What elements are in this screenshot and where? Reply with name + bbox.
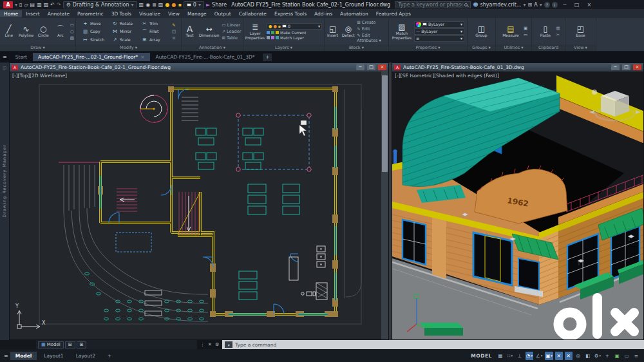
match-layer-button[interactable]: Match Layer [267, 35, 322, 40]
viewport-controls-3d[interactable]: [-][SE Isometric][Shaded with edges (Fas… [395, 73, 499, 79]
window-model-tab[interactable]: ▦Model [38, 341, 64, 348]
font-tools-icon[interactable]: A [534, 1, 537, 8]
layout1-tab[interactable]: Layout1 [39, 352, 68, 360]
model-tab[interactable]: Model [10, 352, 37, 360]
layout2-tab[interactable]: Layout2 [71, 352, 100, 360]
notifications-icon[interactable]: i [552, 2, 558, 8]
fillet-button[interactable]: ⌒Fillet [140, 28, 170, 35]
panel-groups-label[interactable]: Groups ▾ [468, 44, 495, 51]
search-box[interactable]: Type a keyword or phrase [395, 1, 471, 8]
panel-modify-label[interactable]: Modify ▾ [76, 44, 181, 51]
hatch-tool-icon[interactable]: ▨ [70, 35, 74, 41]
new-layout-button[interactable]: + [102, 352, 117, 360]
share-label[interactable]: Share [212, 2, 227, 8]
app-menu-caret-icon[interactable]: ▾ [15, 1, 17, 8]
save-icon[interactable]: ▤ [30, 1, 35, 8]
window2-restore-button[interactable]: □ [622, 64, 630, 70]
app-maximize-button[interactable]: □ [572, 2, 582, 8]
hardware-acceleration-icon[interactable]: ▭ [623, 352, 630, 360]
modify-more-icon[interactable]: ≡ [172, 35, 176, 41]
match-properties-button[interactable]: ▨Match Properties [392, 23, 412, 41]
tab-collaborate[interactable]: Collaborate [235, 10, 270, 17]
window-restore-button[interactable]: □ [367, 64, 375, 70]
open-file-icon[interactable]: ▱ [24, 1, 28, 8]
panel-clipboard-label[interactable]: Clipboard [532, 44, 565, 51]
model-3d-canvas[interactable]: [-][SE Isometric][Shaded with edges (Fas… [392, 71, 643, 339]
dimension-button[interactable]: ↔Dimension [198, 24, 220, 38]
ortho-toggle-icon[interactable]: ⊥ [516, 352, 524, 360]
font-tools-caret-icon[interactable]: ▾ [540, 2, 542, 8]
user-name[interactable]: shyamdev.crit... [480, 2, 522, 8]
isolate-objects-icon[interactable]: ▣ [613, 352, 621, 360]
model-3d-drawing[interactable]: 1962 [392, 71, 643, 339]
command-input[interactable]: ▾ Type a command [222, 340, 644, 349]
trim-button[interactable]: ✂Trim [140, 21, 170, 26]
file-tab-cafe-3d[interactable]: AutoCAD-FY25_Fire-...-Book-Cafe_01_3D* [151, 53, 260, 61]
new-file-icon[interactable]: ▯ [19, 1, 22, 8]
group-button[interactable]: ◫Group [473, 24, 490, 38]
tab-express-tools[interactable]: Express Tools [270, 10, 310, 17]
model-space-indicator[interactable]: MODEL [471, 353, 491, 359]
model-3d-window-titlebar[interactable]: A AutoCAD-FY25_Fire-Station-Book-Cafe_01… [392, 63, 643, 71]
tab-3d-tools[interactable]: 3D Tools [108, 10, 135, 17]
arc-button[interactable]: ⌒Arc [53, 24, 68, 38]
panel-view-label[interactable]: View ▾ [565, 44, 596, 51]
save-as-icon[interactable]: ▥ [37, 1, 42, 8]
line-button[interactable]: ╱Line [1, 24, 17, 38]
window-close-button[interactable]: × [378, 64, 386, 70]
osnap-3d-icon[interactable]: ✕ [565, 352, 573, 360]
osnap-2d-icon[interactable]: ✕ [555, 352, 563, 360]
cmd-kebab-icon[interactable]: ⋮ [200, 342, 205, 347]
color-dropdown[interactable]: ByLayer ▾ [414, 21, 464, 28]
paste-quick-icon[interactable]: ▥ [139, 1, 144, 8]
mirror-button[interactable]: ⋈Mirror [111, 28, 140, 34]
window2-close-button[interactable]: × [633, 64, 641, 70]
detect-block-button[interactable]: ◎Detect [341, 24, 355, 38]
tab-featured-apps[interactable]: Featured Apps [372, 10, 415, 17]
leader-button[interactable]: ↗ Leader [222, 29, 242, 34]
osnap-box-icon[interactable]: ▣▾ [545, 352, 553, 360]
tab-output[interactable]: Output [211, 10, 235, 17]
window2-minimize-button[interactable]: − [611, 64, 620, 70]
eye-icon[interactable]: ◉ [146, 1, 150, 8]
annotation-scale-icon[interactable]: ◧ [584, 352, 592, 360]
tab-manage[interactable]: Manage [184, 10, 211, 17]
panel-draw-label[interactable]: Draw ▾ [0, 44, 75, 51]
tools-quick-icon[interactable]: ▨ [158, 1, 164, 8]
customization-menu-icon[interactable]: ≡ [632, 352, 640, 360]
tab-parametric[interactable]: Parametric [73, 10, 108, 17]
vertical-scrollbar[interactable] [381, 71, 388, 339]
new-tab-button[interactable]: + [263, 53, 272, 61]
workspace-switcher[interactable]: ⚙ Drafting & Annotation ▾ [63, 1, 137, 8]
dynamic-input-icon[interactable]: ◎ [574, 352, 582, 360]
cart-icon[interactable]: ⊞ [528, 1, 533, 8]
panel-layers-label[interactable]: Layers ▾ [243, 44, 324, 51]
tab-visualize[interactable]: Visualize [135, 10, 164, 17]
file-tab-menu-icon[interactable]: ≡ [3, 53, 7, 61]
paste-button[interactable]: ▯Paste [536, 24, 554, 38]
layer-properties-button[interactable]: ≣Layer Properties [245, 23, 265, 41]
tab-insert[interactable]: Insert [22, 10, 44, 17]
drawing-recovery-palette[interactable]: ◫ Drawing Recovery Manager [0, 62, 9, 340]
edit-block-button[interactable]: ✎ Edit [357, 26, 387, 32]
window-layout-chip-1[interactable]: ⊞ [65, 341, 75, 348]
panel-block-label[interactable]: Block ▾ [325, 44, 388, 51]
create-block-button[interactable]: ⊞ Create [357, 20, 387, 25]
share-icon[interactable]: ► [206, 2, 210, 8]
panel-utilities-label[interactable]: Utilities ▾ [496, 44, 531, 51]
copy-clip-icon[interactable]: ▥ [556, 26, 560, 31]
panel-annotation-label[interactable]: Annotation ▾ [182, 44, 243, 51]
layer-freeze-sun-icon[interactable]: ● [171, 2, 176, 8]
rectangle-tool-icon[interactable]: ▭ [70, 23, 74, 28]
layer-on-bulb-icon[interactable]: ● [165, 2, 169, 8]
cmd-wrench-icon[interactable]: ⚙ [215, 342, 219, 347]
user-avatar-icon[interactable]: ☻ [473, 2, 478, 8]
help-icon[interactable]: ? [544, 2, 550, 8]
app-close-button[interactable]: × [584, 2, 594, 8]
floor-plan-window-titlebar[interactable]: A AutoCAD-FY25_Fire-Station-Book-Cafe_02… [10, 63, 388, 71]
file-tab-ground-floor[interactable]: AutoCAD-FY25_Fire-...02-1_Ground-Floor*× [33, 53, 149, 61]
cmd-recent-icon[interactable]: ▾ [225, 341, 232, 348]
layers-quick-icon[interactable]: ≣ [152, 1, 156, 8]
window-layout-chip-2[interactable]: ⊞ [77, 341, 87, 348]
viewport-controls[interactable]: [-][Top][2D Wireframe] [12, 73, 67, 79]
